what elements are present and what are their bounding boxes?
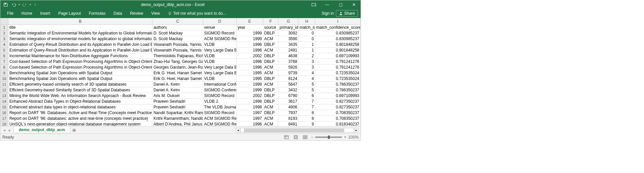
tab-page-layout[interactable]: Page Layout [54,9,85,18]
cell[interactable]: SIGMOD Record [203,30,237,36]
row-header[interactable]: 9 [0,70,8,76]
cell[interactable]: VLDB [203,59,237,65]
cell[interactable]: 4638 [278,53,298,59]
cell[interactable]: Viswanath Poosala, Yannis E. Ioannidis [152,42,203,48]
cell[interactable]: DBLP [263,42,279,48]
cell[interactable]: 1 [298,42,315,48]
cell[interactable]: 0.708350237 [315,110,361,116]
cell[interactable]: VLDB [203,42,237,48]
cell[interactable]: 1995 [237,70,263,76]
tab-insert[interactable]: Insert [36,9,54,18]
cell[interactable]: 3617 [278,99,298,104]
cell[interactable]: 5647 [278,82,298,87]
cell[interactable]: 5 [298,87,315,93]
cell[interactable]: 6790 [278,93,298,99]
cell[interactable]: 8124 [278,76,298,82]
view-page-break-icon[interactable] [301,135,309,140]
cell[interactable]: Semantic integration of environmental mo… [8,36,152,42]
cell[interactable]: 0.830985237 [315,30,361,36]
cell[interactable]: 1998 [237,99,263,104]
cell[interactable]: 8 [298,110,315,116]
cell[interactable]: VLDB [203,76,237,82]
cell[interactable]: 0.786350237 [315,82,361,87]
select-all-corner[interactable] [0,18,8,24]
cell[interactable]: Estimation of Query-Result Distribution … [8,42,152,48]
cell[interactable]: Benchmarking Spatial Join Operations wit… [8,76,152,82]
row-header[interactable]: 11 [0,82,8,87]
cell[interactable]: DBLP [263,76,279,82]
cell[interactable]: authors [152,25,203,30]
cell[interactable]: Nandit Soparkar, Krithi Ramamritham [152,110,203,116]
cell[interactable]: VLDB J. [203,99,237,104]
row-header[interactable]: 6 [0,53,8,59]
cell[interactable]: Mining the World Wide Web: An Informatio… [8,93,152,99]
cell[interactable]: 4 [298,76,315,82]
row-header[interactable]: 3 [0,36,8,42]
tab-formulas[interactable]: Formulas [85,9,110,18]
cell[interactable]: 0.708350237 [315,116,361,121]
zoom-slider[interactable] [315,137,342,138]
cell[interactable]: Daniel A. Keim [152,87,203,93]
cell[interactable]: 8 [298,116,315,121]
cell[interactable]: Efficient Geometry-based Similarity Sear… [8,87,152,93]
cell[interactable]: 1996 [237,48,263,53]
save-icon[interactable] [2,1,9,8]
cell[interactable]: 0.801848258 [315,42,361,48]
row-header[interactable]: 5 [0,48,8,53]
cell[interactable]: 2002 [237,53,263,59]
cell[interactable]: 2002 [237,93,263,99]
row-header[interactable]: 4 [0,42,8,48]
cell[interactable]: ACM [263,70,279,76]
row-header[interactable]: 8 [0,65,8,70]
row-header[interactable]: 7 [0,59,8,65]
cell[interactable]: ACM [263,82,279,87]
cell[interactable]: ACM [263,116,279,121]
row-header[interactable]: 2 [0,30,8,36]
minimize-icon[interactable]: — [320,0,334,9]
cell[interactable]: ACM SIGMOD Record [203,116,237,121]
cell[interactable]: 9739 [278,70,298,76]
cell[interactable]: Report on DART '96: Databases: Active an… [8,110,152,116]
cell[interactable]: Enhanced abstract data types in object-r… [8,104,152,110]
tell-me-search[interactable]: Tell me what you want to do... [168,11,226,16]
cell[interactable]: 0.786350237 [315,87,361,93]
cell[interactable]: 0.723535024 [315,70,361,76]
cell[interactable]: DBLP [263,30,279,36]
cell[interactable]: D. Scott Mackay [152,36,203,42]
cell[interactable]: 1997 [237,116,263,121]
cell[interactable]: source [263,25,279,30]
cell[interactable]: 3 [298,65,315,70]
col-header-G[interactable]: G [278,18,298,24]
spreadsheet-grid[interactable]: 1titleauthorsvenueyearsourceprimary_idma… [0,25,361,133]
cell[interactable]: ACM SIGMOD Record [203,36,237,42]
cell[interactable]: 0.723535024 [315,76,361,82]
cell[interactable]: 1998 [237,104,263,110]
col-header-C[interactable]: C [152,18,203,24]
row-header[interactable]: 15 [0,104,8,110]
cell[interactable]: D. Scott Mackay [152,30,203,36]
cell[interactable]: 3432 [278,87,298,93]
zoom-percent[interactable]: 100% [348,135,359,140]
cell[interactable]: 2 [298,53,315,59]
cell[interactable]: 3590 [278,36,298,42]
cell[interactable]: 1 [298,48,315,53]
cell[interactable]: 1996 [237,65,263,70]
cell[interactable]: Efficient geometry-based similarity sear… [8,82,152,87]
cell[interactable]: Report on DART '96: databases: active an… [8,116,152,121]
cell[interactable]: 3 [298,59,315,65]
cell[interactable]: ACM [263,36,279,42]
row-header[interactable]: 12 [0,87,8,93]
redo-icon[interactable] [21,1,28,8]
cell[interactable]: 1997 [237,110,263,116]
hscroll-left-icon[interactable]: ◂ [236,128,240,133]
cell[interactable]: ACM [263,104,279,110]
row-header[interactable]: 16 [0,110,8,116]
row-header[interactable]: 17 [0,116,8,121]
cell[interactable]: 7 [298,104,315,110]
cell[interactable]: 1999 [237,87,263,93]
cell[interactable]: Daniel A. Keim [152,82,203,87]
cell[interactable]: 0.791241276 [315,59,361,65]
cell[interactable]: 0.791241276 [315,65,361,70]
tab-review[interactable]: Review [126,9,147,18]
ribbon-options-icon[interactable] [307,0,320,9]
